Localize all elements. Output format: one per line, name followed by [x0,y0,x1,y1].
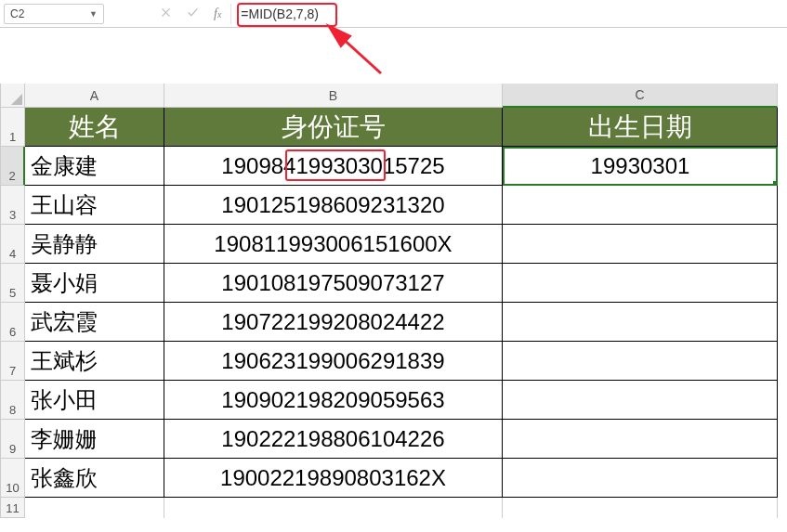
cell-name[interactable]: 张鑫欣 [25,459,164,498]
cell-empty[interactable] [164,498,503,518]
cell-name[interactable]: 张小田 [25,381,164,420]
cell-name[interactable]: 聂小娟 [25,264,164,303]
cancel-icon[interactable] [160,6,172,22]
cell-dob[interactable] [503,420,778,459]
cell-dob[interactable] [503,303,778,342]
cell-dob[interactable] [503,342,778,381]
cell-name[interactable]: 吴静静 [25,225,164,264]
fx-icon[interactable]: fx [214,6,221,21]
cell-empty[interactable] [25,498,164,518]
table-row: 王山容 190125198609231320 [25,186,787,225]
cell-id[interactable]: 190722199208024422 [164,303,503,342]
cell-dob-selected[interactable]: 19930301 [503,147,778,186]
table-row: 张鑫欣 19002219890803162X [25,459,787,498]
table-row: 王斌杉 190623199006291839 [25,342,787,381]
cell-name[interactable]: 武宏霞 [25,303,164,342]
formula-input[interactable]: =MID(B2,7,8) [231,6,319,21]
cell-dob[interactable] [503,186,778,225]
chevron-down-icon[interactable]: ▼ [89,9,98,19]
cell-id[interactable]: 190623199006291839 [164,342,503,381]
cell-id[interactable]: 190984199303015725 [164,147,503,186]
col-header-a[interactable]: A [25,84,164,108]
table-row: 张小田 190902198209059563 [25,381,787,420]
table-row: 武宏霞 190722199208024422 [25,303,787,342]
svg-line-0 [330,27,381,73]
row-header-9[interactable]: 9 [1,420,25,459]
cell-empty[interactable] [503,498,778,518]
table-row: 李姗姗 190222198806104226 [25,420,787,459]
cell-id[interactable]: 190222198806104226 [164,420,503,459]
spreadsheet-grid[interactable]: 1 2 3 4 5 6 7 8 9 10 11 A B C 姓名 身份证号 出生… [0,84,787,518]
cell-dob[interactable] [503,264,778,303]
cell-name[interactable]: 王斌杉 [25,342,164,381]
header-id[interactable]: 身份证号 [164,108,503,147]
row-header-4[interactable]: 4 [1,225,25,264]
row-header-11[interactable]: 11 [1,498,25,518]
row-header-8[interactable]: 8 [1,381,25,420]
select-all-triangle[interactable] [1,84,25,108]
header-name[interactable]: 姓名 [25,108,164,147]
name-box-value: C2 [10,7,24,20]
header-dob[interactable]: 出生日期 [503,108,778,147]
row-header-5[interactable]: 5 [1,264,25,303]
table-header-row: 姓名 身份证号 出生日期 [25,108,787,147]
row-header-2[interactable]: 2 [1,147,25,186]
confirm-icon[interactable] [187,6,199,22]
cell-dob[interactable] [503,225,778,264]
cell-id[interactable]: 190902198209059563 [164,381,503,420]
row-header-7[interactable]: 7 [1,342,25,381]
table-row-empty [25,498,787,518]
cell-name[interactable]: 金康建 [25,147,164,186]
annotation-arrow [0,28,787,84]
table-row: 吴静静 190811993006151600X [25,225,787,264]
cell-id[interactable]: 190125198609231320 [164,186,503,225]
annotation-mid-segment [285,149,386,181]
cell-id[interactable]: 190811993006151600X [164,225,503,264]
formula-bar-buttons: fx [151,4,231,24]
cell-dob[interactable] [503,381,778,420]
cell-id[interactable]: 190108197509073127 [164,264,503,303]
table-row: 金康建 190984199303015725 19930301 [25,147,787,186]
name-box[interactable]: C2 ▼ [4,4,104,24]
row-header-3[interactable]: 3 [1,186,25,225]
cell-name[interactable]: 李姗姗 [25,420,164,459]
row-header-1[interactable]: 1 [1,108,25,147]
table-row: 聂小娟 190108197509073127 [25,264,787,303]
col-header-c[interactable]: C [503,84,778,108]
row-header-6[interactable]: 6 [1,303,25,342]
row-header-10[interactable]: 10 [1,459,25,498]
cell-id[interactable]: 19002219890803162X [164,459,503,498]
cell-dob[interactable] [503,459,778,498]
cell-name[interactable]: 王山容 [25,186,164,225]
